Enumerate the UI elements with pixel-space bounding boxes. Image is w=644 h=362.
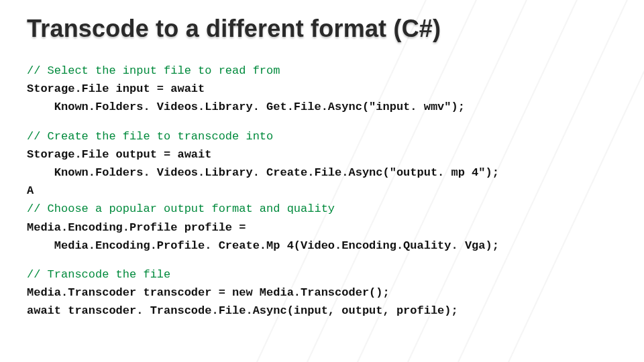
code-comment: // Create the file to transcode into (27, 130, 273, 143)
code-line: Media.Encoding.Profile. Create.Mp 4(Vide… (27, 239, 499, 252)
code-line: Storage.File output = await (27, 148, 211, 161)
code-line: A (27, 184, 34, 197)
code-comment: // Select the input file to read from (27, 64, 280, 77)
slide-title: Transcode to a different format (C#) (27, 15, 617, 43)
code-line: await transcoder. Transcode.File.Async(i… (27, 304, 458, 317)
slide-content: Transcode to a different format (C#) // … (0, 0, 644, 362)
code-line: Media.Encoding.Profile profile = (27, 221, 246, 234)
code-comment: // Transcode the file (27, 268, 170, 281)
code-line: Known.Folders. Videos.Library. Create.Fi… (27, 166, 499, 179)
code-line: Media.Transcoder transcoder = new Media.… (27, 286, 390, 299)
code-block: // Select the input file to read from St… (27, 62, 617, 320)
code-line: Storage.File input = await (27, 82, 205, 95)
code-line: Known.Folders. Videos.Library. Get.File.… (27, 101, 465, 113)
code-comment: // Choose a popular output format and qu… (27, 202, 335, 215)
